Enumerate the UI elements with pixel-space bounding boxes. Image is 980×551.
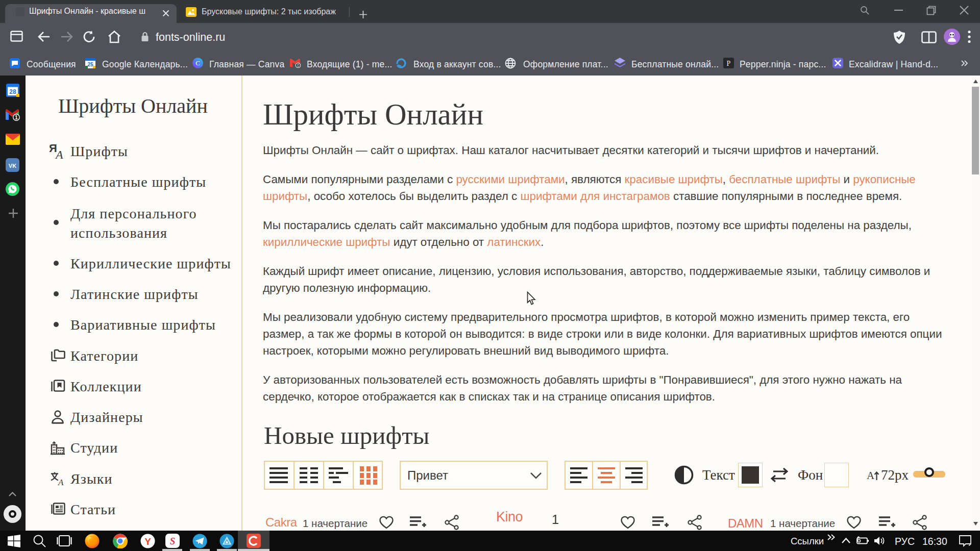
- svg-text:S: S: [170, 536, 176, 546]
- svg-text:28: 28: [9, 88, 16, 95]
- svg-text:P: P: [727, 60, 731, 67]
- svg-text:A: A: [867, 469, 875, 481]
- svg-text:VK: VK: [9, 163, 16, 169]
- svg-text:0: 0: [297, 63, 300, 68]
- svg-text:25: 25: [87, 62, 93, 67]
- svg-text:A: A: [55, 148, 63, 160]
- svg-text:A: A: [58, 478, 64, 486]
- svg-text:C: C: [195, 59, 200, 67]
- svg-text:1: 1: [15, 114, 18, 120]
- svg-text:Y: Y: [144, 536, 151, 547]
